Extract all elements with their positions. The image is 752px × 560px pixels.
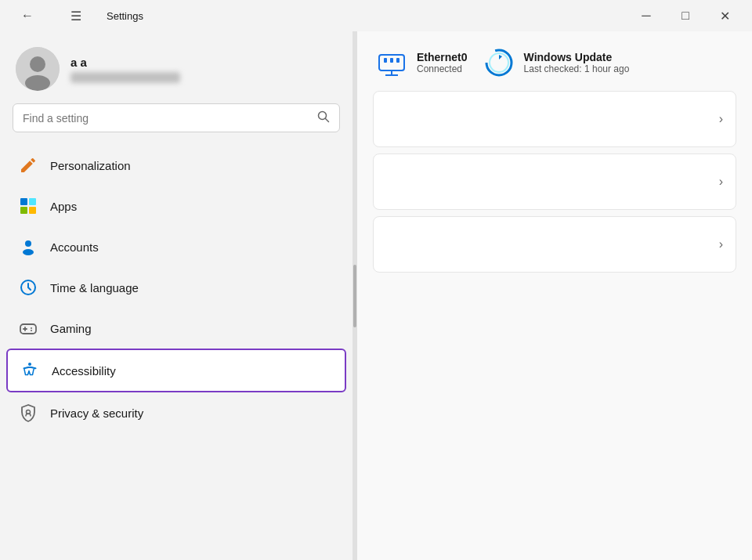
title-bar: ← ☰ Settings ─ □ ✕ — [0, 0, 752, 31]
sidebar-item-privacy[interactable]: Privacy & security — [6, 392, 346, 433]
sidebar-item-time-language[interactable]: Time & language — [6, 267, 346, 308]
content-area: Ethernet0 Connected Windows Update Last … — [357, 31, 752, 560]
ethernet-icon — [376, 47, 407, 78]
content-panel-1[interactable]: › — [373, 91, 736, 147]
sidebar-item-label-accessibility: Accessibility — [52, 364, 116, 378]
time-icon — [17, 276, 39, 298]
scroll-thumb — [353, 265, 356, 327]
user-email — [70, 72, 180, 83]
accounts-icon — [17, 236, 39, 258]
minimize-button[interactable]: ─ — [628, 3, 664, 28]
sidebar-item-gaming[interactable]: Gaming — [6, 308, 346, 349]
search-icon — [317, 110, 330, 125]
svg-point-15 — [31, 327, 32, 329]
svg-point-17 — [28, 363, 31, 366]
sidebar-item-label-personalization: Personalization — [50, 159, 131, 172]
sidebar-item-apps[interactable]: Apps — [6, 186, 346, 226]
svg-rect-12 — [20, 324, 36, 334]
personalization-icon — [17, 154, 39, 176]
user-info: a a — [70, 56, 180, 83]
sidebar-item-label-time: Time & language — [50, 281, 139, 294]
update-subtitle: Last checked: 1 hour ago — [524, 63, 630, 74]
sidebar-item-personalization[interactable]: Personalization — [6, 145, 346, 186]
content-panel-2[interactable]: › — [373, 154, 736, 210]
svg-rect-20 — [384, 58, 387, 63]
nav-list: Personalization Apps — [0, 142, 352, 560]
back-button[interactable]: ← — [9, 3, 45, 28]
sidebar: a a — [0, 31, 352, 560]
svg-point-9 — [25, 240, 31, 247]
svg-rect-21 — [390, 58, 393, 63]
svg-rect-5 — [20, 198, 27, 205]
gaming-icon — [17, 317, 39, 339]
chevron-right-icon-3: › — [719, 237, 723, 251]
avatar — [16, 47, 60, 91]
sidebar-item-label-apps: Apps — [50, 200, 77, 213]
title-bar-left: ← ☰ Settings — [9, 3, 143, 28]
ethernet-subtitle: Connected — [417, 63, 468, 74]
sidebar-item-label-privacy: Privacy & security — [50, 406, 143, 420]
user-name: a a — [70, 56, 180, 69]
user-profile[interactable]: a a — [0, 31, 352, 103]
window-controls: ─ □ ✕ — [628, 3, 743, 28]
sidebar-item-label-accounts: Accounts — [50, 240, 99, 254]
svg-point-2 — [25, 75, 50, 91]
accessibility-icon — [19, 359, 41, 381]
content-panels: › › › — [357, 91, 752, 560]
update-icon — [483, 47, 515, 78]
privacy-icon — [17, 402, 39, 424]
menu-button[interactable]: ☰ — [58, 3, 94, 28]
svg-rect-7 — [20, 207, 27, 214]
maximize-button[interactable]: □ — [667, 3, 703, 28]
update-info: Windows Update Last checked: 1 hour ago — [524, 51, 630, 74]
chevron-right-icon-2: › — [719, 175, 723, 189]
apps-icon — [17, 195, 39, 217]
svg-rect-8 — [29, 207, 36, 214]
svg-line-4 — [326, 119, 329, 122]
close-button[interactable]: ✕ — [707, 3, 743, 28]
ethernet-info: Ethernet0 Connected — [417, 51, 468, 74]
ethernet-title: Ethernet0 — [417, 51, 468, 63]
windows-update-card[interactable]: Windows Update Last checked: 1 hour ago — [483, 47, 630, 78]
chevron-right-icon-1: › — [719, 112, 723, 126]
svg-point-16 — [31, 330, 32, 331]
search-box[interactable] — [13, 103, 340, 132]
sidebar-item-label-gaming: Gaming — [50, 322, 92, 335]
svg-point-1 — [30, 56, 45, 72]
svg-point-10 — [23, 249, 34, 255]
update-title: Windows Update — [524, 51, 630, 63]
svg-rect-6 — [29, 198, 36, 205]
main-layout: a a — [0, 31, 752, 560]
sidebar-item-accounts[interactable]: Accounts — [6, 226, 346, 267]
sidebar-item-accessibility[interactable]: Accessibility — [6, 349, 346, 392]
app-title: Settings — [107, 10, 143, 22]
status-cards: Ethernet0 Connected Windows Update Last … — [357, 31, 752, 91]
content-panel-3[interactable]: › — [373, 216, 736, 273]
svg-rect-22 — [396, 58, 400, 63]
search-input[interactable] — [23, 112, 311, 125]
ethernet-card[interactable]: Ethernet0 Connected — [376, 47, 468, 78]
search-container — [0, 103, 352, 142]
